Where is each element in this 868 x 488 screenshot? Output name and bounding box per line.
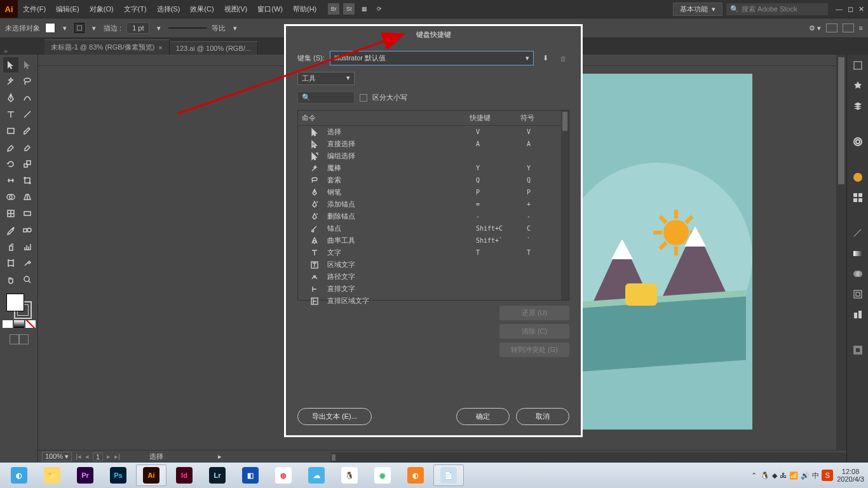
line-tool[interactable] [20,107,35,122]
draw-mode[interactable] [3,320,36,328]
tab-close-icon[interactable]: × [158,44,162,51]
taskbar-app1[interactable]: ◧ [235,464,266,486]
export-text-button[interactable]: 导出文本 (E)... [297,408,372,425]
rectangle-tool[interactable] [3,123,18,139]
uniform-label[interactable]: 等比 [212,24,226,33]
stroke-panel-icon[interactable] [851,226,865,240]
graphic-styles-panel-icon[interactable] [851,308,865,322]
prev-artboard[interactable]: ◂ [85,452,89,461]
lasso-tool[interactable] [20,74,35,89]
doc-setup-icon[interactable] [826,24,837,32]
shortcut-search[interactable]: 🔍 [297,92,355,104]
menu-view[interactable]: 视图(V) [219,0,253,18]
direct-selection-tool[interactable] [20,57,35,72]
transparency-panel-icon[interactable] [851,267,865,281]
shortcut-row[interactable]: 套索QQ [298,174,569,186]
width-tool[interactable] [3,173,18,188]
menu-select[interactable]: 选择(S) [152,0,186,18]
shortcut-row[interactable]: 直接选择AA [298,138,569,150]
shortcut-row[interactable]: 区域文字 [298,259,569,271]
rotate-tool[interactable] [3,156,18,172]
taskbar-chrome[interactable]: ◉ [367,464,398,486]
taskbar-premiere[interactable]: Pr [70,464,100,486]
status-play-icon[interactable]: ▸ [218,452,222,461]
ok-button[interactable]: 确定 [456,408,510,425]
scale-tool[interactable] [20,156,35,172]
hand-tool[interactable] [3,272,18,287]
tray-qq-icon[interactable]: 🐧 [761,471,770,480]
slice-tool[interactable] [20,255,35,271]
shape-builder-tool[interactable] [3,189,18,205]
appearance-panel-icon[interactable] [851,287,865,301]
shortcut-set-select[interactable]: Illustrator 默认值▾ [330,51,534,65]
shortcut-row[interactable]: 文字TT [298,247,569,259]
gpu-icon[interactable]: ⟳ [374,3,385,15]
paintbrush-tool[interactable] [20,123,35,139]
taskbar-illustrator[interactable]: Ai [136,464,166,486]
align-icon[interactable] [843,24,854,32]
menu-object[interactable]: 对象(O) [85,0,119,18]
workspace-select[interactable]: 基本功能▾ [673,3,722,16]
arrange-icon[interactable]: ▦ [358,3,370,15]
tray-ime-icon[interactable]: 中 [812,471,819,480]
eyedropper-tool[interactable] [3,222,18,238]
last-artboard[interactable]: ▸| [114,452,120,461]
taskbar-photoshop[interactable]: Ps [103,464,133,486]
curvature-tool[interactable] [20,90,35,105]
cc-panel-icon[interactable] [851,135,865,149]
document-tab-2[interactable]: 123.ai @ 100% (RGB/... [170,41,258,55]
tray-network-icon[interactable]: 🖧 [780,471,787,479]
stroke-weight[interactable]: 1 pt [126,22,149,34]
match-case-checkbox[interactable] [360,94,367,102]
shortcut-row[interactable]: 选择VV [298,126,569,138]
window-minimize[interactable]: — [836,5,843,13]
menu-effect[interactable]: 效果(C) [185,0,219,18]
tabbar-menu-icon[interactable]: » [4,47,8,55]
taskbar-indesign[interactable]: Id [169,464,200,486]
first-artboard[interactable]: |◂ [76,452,81,461]
stock-search[interactable]: 🔍搜索 Adobe Stock [726,3,828,15]
tray-sogou-icon[interactable]: S [822,470,833,481]
shortcut-row[interactable]: 编组选择 [298,150,569,162]
shortcut-row[interactable]: 删除锚点-- [298,210,569,222]
save-set-icon[interactable]: ⬇ [539,53,552,64]
shortcut-row[interactable]: 直排区域文字 [298,295,569,307]
document-tab-1[interactable]: 未标题-1 @ 83% (RGB/像素预览)× [44,39,170,55]
taskbar-explorer[interactable]: 📁 [37,464,67,486]
fill-swatch[interactable] [45,23,55,33]
selection-tool[interactable] [3,57,18,72]
mesh-tool[interactable] [3,206,18,221]
taskbar-app4[interactable]: ◐ [400,464,431,486]
shaper-tool[interactable] [3,140,18,155]
properties-panel-icon[interactable] [851,58,865,72]
window-close[interactable]: ✕ [858,5,864,13]
shortcut-row[interactable]: 添加锚点=+ [298,198,569,210]
tray-expand[interactable]: ⌃ [751,471,757,480]
gradient-panel-icon[interactable] [851,247,865,261]
libraries-panel-icon[interactable] [851,79,865,93]
taskbar-app2[interactable]: ◍ [268,464,299,486]
menu-window[interactable]: 窗口(W) [252,0,288,18]
pen-tool[interactable] [3,90,18,105]
artboard-tool[interactable] [3,255,18,271]
taskbar-lightroom[interactable]: Lr [202,464,233,486]
type-tool[interactable] [3,107,18,122]
taskbar-clock[interactable]: 12:08 2020/4/3 [837,468,864,483]
fill-stroke-swatch[interactable] [5,292,33,318]
tray-wifi-icon[interactable]: 📶 [789,471,798,480]
symbol-sprayer-tool[interactable] [3,239,18,254]
menu-file[interactable]: 文件(F) [18,0,51,18]
scope-select[interactable]: 工具▾ [297,72,355,85]
cancel-button[interactable]: 取消 [516,408,569,425]
menu-type[interactable]: 文字(T) [119,0,152,18]
zoom-tool[interactable] [20,272,35,287]
screen-mode[interactable] [10,334,29,344]
taskbar-app3[interactable]: ☁ [301,464,332,486]
next-artboard[interactable]: ▸ [107,452,111,461]
scrollbar-horizontal[interactable] [330,452,846,463]
stroke-swatch[interactable] [74,23,85,33]
prefs-icon[interactable]: ⚙ ▾ [809,24,821,32]
magic-wand-tool[interactable] [3,74,18,89]
shortcut-row[interactable]: 曲率工具Shift+`` [298,234,569,247]
taskbar-qq[interactable]: 🐧 [334,464,365,486]
